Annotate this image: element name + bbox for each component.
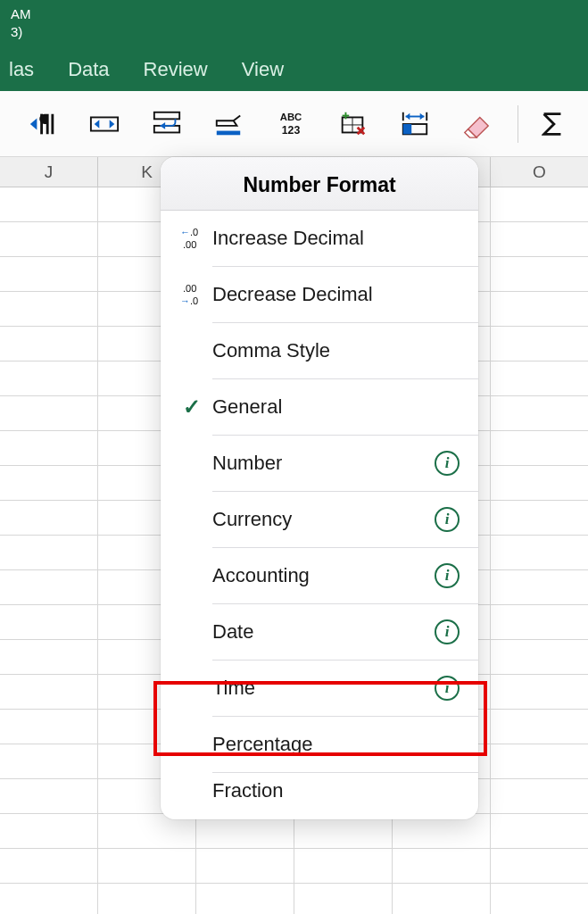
cell[interactable]: [491, 849, 588, 883]
format-item-currency[interactable]: Currency i: [161, 492, 478, 547]
format-item-accounting[interactable]: Accounting i: [161, 548, 478, 603]
format-item-fraction[interactable]: Fraction: [161, 773, 478, 809]
cell[interactable]: [294, 849, 393, 883]
cell[interactable]: [491, 536, 588, 569]
svg-text:.0: .0: [190, 295, 198, 306]
cell[interactable]: [491, 431, 588, 465]
format-item-increase-decimal[interactable]: ←.0.00 Increase Decimal: [161, 211, 478, 266]
info-icon[interactable]: i: [435, 619, 460, 644]
format-item-comma-style[interactable]: Comma Style: [161, 323, 478, 378]
format-item-number[interactable]: Number i: [161, 436, 478, 491]
cell[interactable]: [0, 466, 98, 500]
paragraph-icon: [26, 109, 60, 139]
cell[interactable]: [0, 187, 98, 221]
increase-decimal-icon: ←.0.00: [171, 225, 212, 252]
autosum-button[interactable]: [542, 105, 563, 143]
cell[interactable]: [0, 222, 98, 256]
cell[interactable]: [0, 849, 98, 883]
cell[interactable]: [0, 292, 98, 326]
info-icon[interactable]: i: [435, 676, 460, 701]
format-item-general[interactable]: ✓ General: [161, 379, 478, 435]
cell[interactable]: [491, 396, 588, 430]
cell[interactable]: [196, 849, 294, 883]
column-header[interactable]: J: [0, 157, 98, 187]
delete-cells-button[interactable]: [335, 105, 371, 143]
format-item-label: Number: [212, 452, 432, 475]
info-icon[interactable]: i: [435, 507, 460, 532]
cell[interactable]: [0, 501, 98, 535]
cell[interactable]: [0, 605, 98, 639]
cell[interactable]: [0, 536, 98, 569]
clear-button[interactable]: [460, 105, 495, 143]
cell[interactable]: [0, 327, 98, 361]
cell[interactable]: [491, 605, 588, 639]
fill-color-button[interactable]: [211, 105, 247, 143]
wrap-text-icon: [150, 109, 184, 139]
info-icon[interactable]: i: [435, 451, 460, 476]
grid-row[interactable]: [0, 849, 588, 884]
cell[interactable]: [0, 431, 98, 465]
cell[interactable]: [491, 570, 588, 604]
cell[interactable]: [0, 257, 98, 291]
format-item-decrease-decimal[interactable]: .00→.0 Decrease Decimal: [161, 267, 478, 322]
cell[interactable]: [491, 187, 588, 221]
format-item-label: Time: [212, 677, 432, 700]
cell[interactable]: [491, 884, 588, 914]
cell[interactable]: [98, 884, 196, 914]
menu-data[interactable]: Data: [64, 53, 112, 87]
cell[interactable]: [0, 640, 98, 674]
cell[interactable]: [491, 466, 588, 500]
column-header[interactable]: O: [491, 157, 588, 187]
cell[interactable]: [0, 779, 98, 813]
cell[interactable]: [491, 814, 588, 848]
cell[interactable]: [0, 361, 98, 395]
menu-review[interactable]: Review: [140, 53, 211, 87]
svg-rect-5: [154, 112, 179, 119]
format-item-percentage[interactable]: Percentage: [161, 717, 478, 772]
number-format-popover: Number Format ←.0.00 Increase Decimal .0…: [161, 157, 478, 819]
popover-title: Number Format: [161, 157, 478, 211]
wrap-text-button[interactable]: [149, 105, 185, 143]
cell[interactable]: [0, 675, 98, 709]
decrease-decimal-icon: .00→.0: [171, 281, 212, 308]
cell[interactable]: [491, 222, 588, 256]
cell[interactable]: [393, 849, 491, 883]
eraser-icon: [460, 109, 493, 139]
format-item-date[interactable]: Date i: [161, 604, 478, 660]
menu-view[interactable]: View: [238, 53, 287, 87]
cell[interactable]: [0, 744, 98, 778]
cell[interactable]: [491, 292, 588, 326]
cell[interactable]: [393, 884, 491, 914]
format-item-time[interactable]: Time i: [161, 661, 478, 716]
cell[interactable]: [491, 675, 588, 709]
cell[interactable]: [491, 779, 588, 813]
cell[interactable]: [491, 257, 588, 291]
autofit-column-button[interactable]: [87, 105, 123, 143]
svg-marker-7: [160, 122, 165, 129]
cell[interactable]: [196, 884, 294, 914]
svg-text:.00: .00: [183, 283, 196, 294]
cell[interactable]: [294, 884, 393, 914]
grid-row[interactable]: [0, 884, 588, 914]
menu-formulas[interactable]: las: [5, 53, 37, 87]
cell[interactable]: [491, 501, 588, 535]
cell[interactable]: [0, 814, 98, 848]
format-item-label: Percentage: [212, 733, 432, 756]
cell[interactable]: [0, 884, 98, 914]
cell[interactable]: [491, 640, 588, 674]
column-width-icon: [398, 109, 432, 139]
cell[interactable]: [0, 570, 98, 604]
cell[interactable]: [491, 744, 588, 778]
info-icon[interactable]: i: [435, 563, 460, 588]
menu-bar: las Data Review View: [0, 48, 588, 91]
cell[interactable]: [98, 849, 196, 883]
column-width-button[interactable]: [397, 105, 433, 143]
svg-marker-0: [30, 118, 37, 129]
number-format-button[interactable]: ABC 123: [273, 105, 309, 143]
cell[interactable]: [491, 710, 588, 744]
cell[interactable]: [0, 710, 98, 744]
paragraph-marks-button[interactable]: [25, 105, 61, 143]
cell[interactable]: [491, 361, 588, 395]
cell[interactable]: [491, 327, 588, 361]
cell[interactable]: [0, 396, 98, 430]
